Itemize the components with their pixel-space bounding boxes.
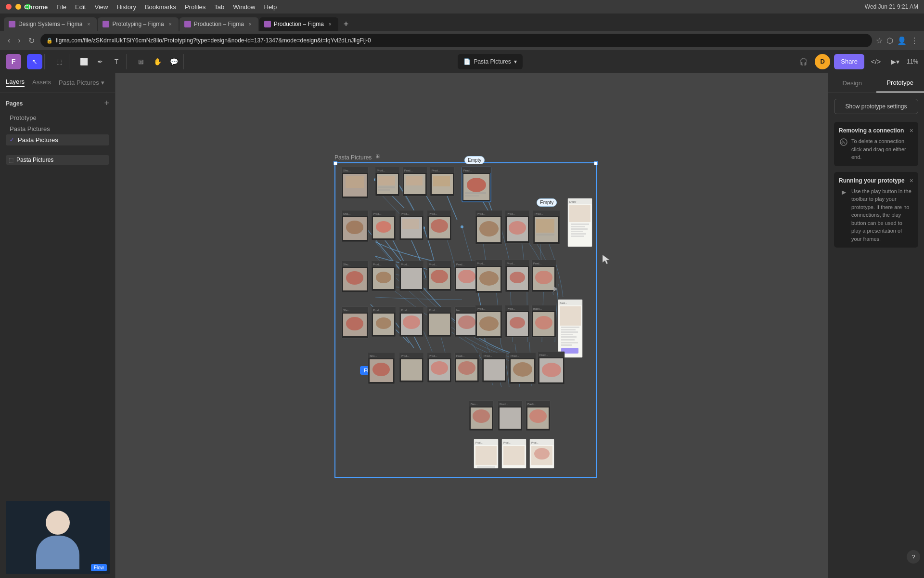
menu-help[interactable]: Help xyxy=(264,3,277,11)
new-tab-button[interactable]: + xyxy=(339,17,353,31)
svg-text:Prod...: Prod... xyxy=(507,307,515,310)
svg-rect-58 xyxy=(401,217,422,238)
reload-button[interactable]: ↻ xyxy=(26,35,37,46)
svg-rect-126 xyxy=(532,260,556,266)
connections-svg: .conn { fill: none; stroke: #6ab0e8; str… xyxy=(116,73,828,578)
tab-close-3[interactable]: × xyxy=(247,21,254,27)
svg-rect-160 xyxy=(505,305,529,337)
menu-bookmarks[interactable]: Bookmarks xyxy=(145,3,176,11)
svg-rect-165 xyxy=(532,305,556,337)
svg-rect-113 xyxy=(456,268,477,289)
code-button[interactable]: </> xyxy=(868,54,884,69)
svg-rect-116 xyxy=(475,260,502,266)
removing-connection-close[interactable]: × xyxy=(910,127,913,134)
tab-pasta-pictures[interactable]: Pasta Pictures ▾ xyxy=(59,79,104,86)
svg-rect-202 xyxy=(482,353,506,382)
share-button[interactable]: Share xyxy=(834,54,864,69)
pen-tool[interactable]: ✒ xyxy=(92,54,108,69)
page-label-pasta-2: Pasta Pictures xyxy=(18,136,58,144)
component-tool[interactable]: ⊞ xyxy=(133,54,149,69)
move-tool[interactable]: ↖ xyxy=(27,54,42,69)
svg-rect-32 xyxy=(406,176,423,185)
svg-rect-99 xyxy=(373,268,394,289)
current-file-label[interactable]: 📄 Pasta Pictures ▾ xyxy=(458,54,522,69)
browser-tab-2[interactable]: Prototyping – Figma × xyxy=(98,17,178,31)
menu-tab[interactable]: Tab xyxy=(214,3,224,11)
menu-file[interactable]: File xyxy=(56,3,66,11)
svg-rect-171 xyxy=(558,300,582,305)
bookmark-icon[interactable]: ☆ xyxy=(876,36,883,45)
menu-edit[interactable]: Edit xyxy=(75,3,86,11)
tab-layers[interactable]: Layers xyxy=(6,78,25,87)
mac-minimize-btn[interactable] xyxy=(15,4,21,10)
browser-tab-4[interactable]: Production – Figma × xyxy=(259,17,338,31)
url-bar[interactable]: 🔒 figma.com/file/zSKdmxlUkTSiY6cmNz8llo/… xyxy=(40,34,872,47)
svg-point-15 xyxy=(538,224,540,227)
page-item-pasta-2[interactable]: ✓ Pasta Pictures xyxy=(6,134,109,145)
browser-tab-3[interactable]: Production – Figma × xyxy=(180,17,258,31)
figma-logo-button[interactable]: F xyxy=(6,54,21,69)
layer-pasta-pictures[interactable]: ⬚ Pasta Pictures xyxy=(6,155,109,165)
svg-rect-147 xyxy=(427,307,451,313)
svg-rect-76 xyxy=(533,210,560,216)
layer-label: Pasta Pictures xyxy=(16,157,53,163)
text-tool[interactable]: T xyxy=(109,54,124,69)
extensions-icon[interactable]: ⬡ xyxy=(886,36,893,45)
tab-close-4[interactable]: × xyxy=(327,21,334,27)
running-prototype-close[interactable]: × xyxy=(910,177,913,184)
help-button[interactable]: ? xyxy=(907,550,920,564)
svg-text:Im...: Im... xyxy=(456,309,462,312)
svg-rect-222 xyxy=(498,401,522,407)
svg-point-49 xyxy=(346,221,363,234)
tab-close-2[interactable]: × xyxy=(167,21,174,27)
page-item-pasta-1[interactable]: Pasta Pictures xyxy=(6,123,109,134)
play-button[interactable]: ▶ ▾ xyxy=(887,54,903,69)
tab-favicon-4 xyxy=(264,21,271,27)
svg-rect-211 xyxy=(538,352,565,384)
svg-point-6 xyxy=(364,226,367,229)
menu-window[interactable]: Window xyxy=(233,3,255,11)
add-page-button[interactable]: + xyxy=(104,98,109,108)
svg-rect-239 xyxy=(530,439,554,468)
tab-design[interactable]: Design xyxy=(828,73,876,92)
flow-badge[interactable]: Flow xyxy=(360,366,379,375)
svg-point-201 xyxy=(458,361,475,375)
frame-tool[interactable]: ⬚ xyxy=(51,54,67,69)
svg-rect-26 xyxy=(378,186,395,188)
panel-tabs: Layers Assets Pasta Pictures ▾ xyxy=(0,73,115,92)
shape-tool[interactable]: ⬜ xyxy=(76,54,91,69)
page-item-prototype[interactable]: Prototype xyxy=(6,112,109,123)
svg-point-154 xyxy=(458,315,475,329)
svg-point-210 xyxy=(513,362,532,377)
menu-history[interactable]: History xyxy=(116,3,136,11)
mac-close-btn[interactable] xyxy=(6,4,12,10)
browser-tab-1[interactable]: Design Systems – Figma × xyxy=(4,17,97,31)
comment-tool[interactable]: 💬 xyxy=(166,54,181,69)
profile-icon[interactable]: 👤 xyxy=(897,36,907,45)
hand-tool[interactable]: ✋ xyxy=(150,54,165,69)
more-icon[interactable]: ⋮ xyxy=(911,36,918,45)
svg-rect-65 xyxy=(475,210,502,244)
present-icon-btn[interactable]: 🎧 xyxy=(796,54,811,69)
removing-connection-header: Removing a connection × xyxy=(839,127,913,134)
svg-rect-24 xyxy=(377,174,398,194)
menu-profiles[interactable]: Profiles xyxy=(185,3,205,11)
tab-assets[interactable]: Assets xyxy=(32,79,51,87)
removing-connection-card: Removing a connection × ✕ To delete a co… xyxy=(834,122,918,166)
svg-rect-233 xyxy=(475,446,497,465)
svg-text:Prod...: Prod... xyxy=(507,262,515,265)
back-button[interactable]: ‹ xyxy=(6,35,12,46)
menu-view[interactable]: View xyxy=(94,3,108,11)
tab-prototype[interactable]: Prototype xyxy=(876,73,924,92)
forward-button[interactable]: › xyxy=(16,35,22,46)
svg-rect-177 xyxy=(561,334,573,335)
show-prototype-settings-button[interactable]: Show prototype settings xyxy=(834,99,918,114)
zoom-level: 11% xyxy=(907,58,918,65)
delete-connection-icon: ✕ xyxy=(839,137,848,147)
tab-close-1[interactable]: × xyxy=(85,21,92,27)
menu-chrome[interactable]: Chrome xyxy=(24,3,48,11)
svg-point-12 xyxy=(480,226,483,229)
svg-text:Prod...: Prod... xyxy=(429,212,437,215)
svg-text:Prod...: Prod... xyxy=(531,441,539,444)
canvas-area[interactable]: Pasta Pictures ⊞ Empty Empty Flow .conn … xyxy=(116,73,828,578)
